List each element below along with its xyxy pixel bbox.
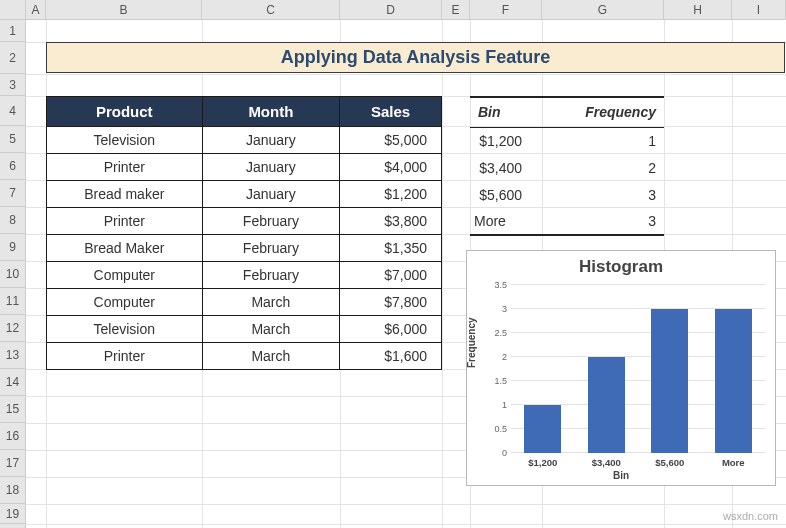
row-header-18[interactable]: 18 (0, 477, 25, 504)
table-row[interactable]: $3,4002 (470, 154, 664, 181)
row-header-6[interactable]: 6 (0, 153, 25, 180)
row-header-10[interactable]: 10 (0, 261, 25, 288)
chart-bar[interactable] (715, 309, 752, 453)
col-header-C[interactable]: C (202, 0, 340, 19)
col-header-F[interactable]: F (470, 0, 542, 19)
col-header-I[interactable]: I (732, 0, 786, 19)
cell-product[interactable]: Printer (47, 208, 203, 235)
table-row[interactable]: PrinterFebruary$3,800 (47, 208, 442, 235)
cell-product[interactable]: Bread maker (47, 181, 203, 208)
row-header-19[interactable]: 19 (0, 504, 25, 524)
row-header-16[interactable]: 16 (0, 423, 25, 450)
col-header-G[interactable]: G (542, 0, 664, 19)
table-row[interactable]: TelevisionMarch$6,000 (47, 316, 442, 343)
cell-sales[interactable]: $1,600 (340, 343, 442, 370)
cell-month[interactable]: March (202, 289, 340, 316)
cell-month[interactable]: February (202, 262, 340, 289)
cell-month[interactable]: March (202, 343, 340, 370)
row-header-3[interactable]: 3 (0, 74, 25, 96)
row-header-15[interactable]: 15 (0, 396, 25, 423)
cell-bin[interactable]: $3,400 (470, 154, 542, 181)
th-product[interactable]: Product (47, 97, 203, 127)
row-header-9[interactable]: 9 (0, 234, 25, 261)
cell-sales[interactable]: $5,000 (340, 127, 442, 154)
chart-ytick: 2.5 (494, 328, 511, 338)
col-header-A[interactable]: A (26, 0, 46, 19)
row-header-12[interactable]: 12 (0, 315, 25, 342)
cell-sales[interactable]: $7,800 (340, 289, 442, 316)
cell-month[interactable]: January (202, 127, 340, 154)
cell-sales[interactable]: $1,350 (340, 235, 442, 262)
row-header-7[interactable]: 7 (0, 180, 25, 207)
table-row[interactable]: $1,2001 (470, 127, 664, 154)
cell-frequency[interactable]: 2 (542, 154, 664, 181)
table-row[interactable]: $5,6003 (470, 181, 664, 208)
column-headers-bar: ABCDEFGHI (0, 0, 786, 20)
cell-sales[interactable]: $1,200 (340, 181, 442, 208)
row-header-8[interactable]: 8 (0, 207, 25, 234)
chart-xtick: More (722, 457, 745, 468)
row-header-2[interactable]: 2 (0, 42, 25, 74)
cell-product[interactable]: Television (47, 127, 203, 154)
cell-product[interactable]: Printer (47, 154, 203, 181)
col-header-B[interactable]: B (46, 0, 202, 19)
cell-month[interactable]: January (202, 154, 340, 181)
cell-frequency[interactable]: 3 (542, 208, 664, 235)
histogram-chart[interactable]: Histogram Frequency 00.511.522.533.5$1,2… (466, 250, 776, 486)
table-row[interactable]: PrinterMarch$1,600 (47, 343, 442, 370)
col-header-H[interactable]: H (664, 0, 732, 19)
cell-product[interactable]: Computer (47, 289, 203, 316)
cell-product[interactable]: Television (47, 316, 203, 343)
th-frequency[interactable]: Frequency (542, 97, 664, 127)
sales-table[interactable]: Product Month Sales TelevisionJanuary$5,… (46, 96, 442, 370)
chart-bar[interactable] (524, 405, 561, 453)
frequency-table[interactable]: Bin Frequency $1,2001$3,4002$5,6003More3 (470, 96, 664, 236)
chart-title: Histogram (467, 257, 775, 277)
row-header-17[interactable]: 17 (0, 450, 25, 477)
table-row[interactable]: TelevisionJanuary$5,000 (47, 127, 442, 154)
row-header-4[interactable]: 4 (0, 96, 25, 126)
th-bin[interactable]: Bin (470, 97, 542, 127)
cell-month[interactable]: February (202, 208, 340, 235)
col-header-E[interactable]: E (442, 0, 470, 19)
row-header-14[interactable]: 14 (0, 369, 25, 396)
cell-sales[interactable]: $6,000 (340, 316, 442, 343)
table-row[interactable]: ComputerFebruary$7,000 (47, 262, 442, 289)
cell-frequency[interactable]: 3 (542, 181, 664, 208)
chart-xtick: $5,600 (655, 457, 684, 468)
cell-bin[interactable]: More (470, 208, 542, 235)
row-header-5[interactable]: 5 (0, 126, 25, 153)
cell-frequency[interactable]: 1 (542, 127, 664, 154)
chart-bar[interactable] (651, 309, 688, 453)
table-row[interactable]: Bread MakerFebruary$1,350 (47, 235, 442, 262)
row-header-1[interactable]: 1 (0, 20, 25, 42)
cell-sales[interactable]: $4,000 (340, 154, 442, 181)
chart-ytick: 0.5 (494, 424, 511, 434)
chart-plot-area: 00.511.522.533.5$1,200$3,400$5,600More (511, 285, 765, 453)
chart-xlabel: Bin (467, 470, 775, 481)
th-month[interactable]: Month (202, 97, 340, 127)
cell-product[interactable]: Bread Maker (47, 235, 203, 262)
col-header-D[interactable]: D (340, 0, 442, 19)
frequency-table-body: $1,2001$3,4002$5,6003More3 (470, 127, 664, 235)
row-header-11[interactable]: 11 (0, 288, 25, 315)
cell-bin[interactable]: $1,200 (470, 127, 542, 154)
chart-bar[interactable] (588, 357, 625, 453)
table-row[interactable]: Bread makerJanuary$1,200 (47, 181, 442, 208)
chart-ytick: 3 (502, 304, 511, 314)
cell-bin[interactable]: $5,600 (470, 181, 542, 208)
chart-ylabel: Frequency (466, 317, 477, 368)
cell-month[interactable]: March (202, 316, 340, 343)
table-row[interactable]: ComputerMarch$7,800 (47, 289, 442, 316)
table-row[interactable]: More3 (470, 208, 664, 235)
cell-sales[interactable]: $7,000 (340, 262, 442, 289)
cell-month[interactable]: February (202, 235, 340, 262)
cell-month[interactable]: January (202, 181, 340, 208)
select-all-corner[interactable] (0, 0, 26, 19)
th-sales[interactable]: Sales (340, 97, 442, 127)
cell-product[interactable]: Computer (47, 262, 203, 289)
table-row[interactable]: PrinterJanuary$4,000 (47, 154, 442, 181)
row-header-13[interactable]: 13 (0, 342, 25, 369)
cell-product[interactable]: Printer (47, 343, 203, 370)
cell-sales[interactable]: $3,800 (340, 208, 442, 235)
